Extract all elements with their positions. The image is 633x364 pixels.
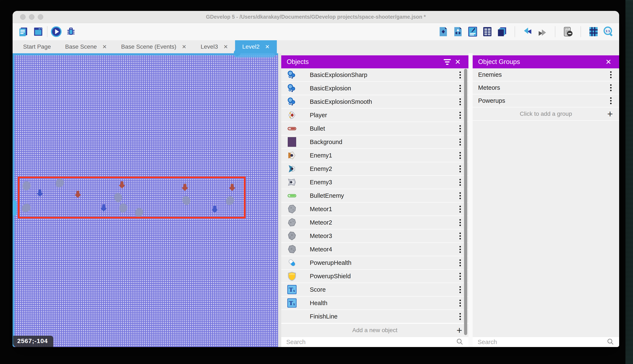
object-menu-icon[interactable] [457,285,463,294]
meteor-icon [287,231,297,241]
group-row[interactable]: Meteors [473,81,619,94]
explosion-sprite-icon [287,96,297,107]
toolbar-separator [555,26,555,37]
explosion-sprite-icon [287,70,297,80]
object-row[interactable]: Bullet [281,122,468,136]
debug-icon[interactable] [66,26,76,37]
group-menu-icon[interactable] [608,83,614,92]
render-mask-icon[interactable] [562,26,573,37]
enemy-bullet-icon [287,190,297,201]
object-menu-icon[interactable] [457,70,463,80]
object-menu-icon[interactable] [457,84,463,93]
object-menu-icon[interactable] [457,258,463,268]
object-menu-icon[interactable] [457,164,463,174]
project-manager-icon[interactable] [18,26,29,37]
object-menu-icon[interactable] [457,137,463,147]
object-row[interactable]: BasicExplosionSmooth [281,95,468,108]
object-menu-icon[interactable] [457,218,463,227]
tab-level3[interactable]: Level3 ✕ [193,40,235,53]
enemy1-ship-icon [287,150,297,160]
instances-list-icon[interactable] [482,26,493,37]
close-groups-panel-icon[interactable]: ✕ [603,56,614,67]
close-window-button[interactable] [20,14,26,20]
object-row[interactable]: Tx Score [281,283,468,296]
add-object-button[interactable]: Add a new object + [281,323,468,337]
object-menu-icon[interactable] [457,298,463,308]
tab-base-scene-events[interactable]: Base Scene (Events) ✕ [114,40,193,53]
scene-canvas[interactable]: 2567;-104 [13,53,278,347]
tab-base-scene[interactable]: Base Scene ✕ [58,40,114,53]
properties-icon[interactable] [467,26,478,37]
minimize-window-button[interactable] [29,14,35,20]
object-row[interactable]: Enemy2 [281,162,468,176]
canvas-vscroll-thumb[interactable] [13,200,17,216]
search-icon [456,338,463,346]
tab-level2-active[interactable]: Level2 ✕ [235,40,277,53]
group-row[interactable]: Enemies [473,68,619,81]
zoom-one-to-one-icon[interactable]: 1:1 [603,26,614,37]
close-tab-icon[interactable]: ✕ [182,44,186,50]
play-preview-icon[interactable] [51,26,62,37]
close-tab-icon[interactable]: ✕ [265,44,270,50]
object-row[interactable]: BulletEnemy [281,189,468,202]
objects-scrollbar-thumb[interactable] [464,69,467,335]
object-menu-icon[interactable] [457,110,463,120]
grid-icon[interactable] [588,26,599,37]
object-groups-editor-icon[interactable] [453,26,463,37]
tab-label: Start Page [23,44,51,50]
object-menu-icon[interactable] [457,151,463,160]
toolbar-separator [515,26,515,37]
object-row[interactable]: PowerupShield [281,270,468,283]
objects-search-input[interactable] [286,339,456,346]
objects-panel: Objects ✕ BasicExplosionSharp BasicExplo… [281,53,468,347]
group-row[interactable]: Powerups [473,94,619,107]
object-row[interactable]: Enemy1 [281,149,468,162]
objects-list: BasicExplosionSharp BasicExplosion Basic… [281,68,468,323]
canvas-panel-divider[interactable] [278,53,281,347]
object-name: BasicExplosionSharp [310,72,367,78]
scene-window-icon[interactable] [33,26,44,37]
object-menu-icon[interactable] [457,231,463,241]
object-row[interactable]: Enemy3 [281,176,468,189]
object-row[interactable]: Meteor2 [281,216,468,230]
object-row[interactable]: Background [281,136,468,149]
plus-icon: + [457,326,462,335]
add-group-button[interactable]: Click to add a group + [473,107,619,121]
object-row[interactable]: BasicExplosionSharp [281,68,468,82]
object-menu-icon[interactable] [457,312,463,321]
object-row[interactable]: Player [281,108,468,122]
filter-icon[interactable] [442,56,453,67]
undo-icon[interactable] [522,26,533,37]
object-row[interactable]: FinishLine [281,310,468,323]
object-name: PowerupHealth [310,259,351,266]
close-tab-icon[interactable]: ✕ [223,44,228,50]
close-tab-icon[interactable]: ✕ [102,44,107,50]
object-menu-icon[interactable] [457,124,463,133]
object-menu-icon[interactable] [457,191,463,200]
toolbar-left-group [18,26,44,37]
object-row[interactable]: BasicExplosion [281,82,468,95]
object-menu-icon[interactable] [457,204,463,214]
close-objects-panel-icon[interactable]: ✕ [453,56,463,67]
gdevelop-window: GDevelop 5 - /Users/dkarakay/Documents/G… [13,11,619,347]
zoom-window-button[interactable] [38,14,43,20]
object-menu-icon[interactable] [457,178,463,187]
group-menu-icon[interactable] [608,70,614,80]
object-menu-icon[interactable] [457,97,463,106]
object-row[interactable]: Meteor1 [281,202,468,216]
objects-editor-icon[interactable] [438,26,449,37]
object-row[interactable]: Tx Health [281,296,468,310]
object-menu-icon[interactable] [457,245,463,254]
object-row[interactable]: PowerupHealth [281,256,468,270]
object-row[interactable]: Meteor4 [281,243,468,256]
tab-start-page[interactable]: Start Page [16,40,58,53]
layers-icon[interactable] [497,26,507,37]
object-menu-icon[interactable] [457,272,463,281]
groups-search-input[interactable] [478,339,606,346]
object-name: Meteor4 [310,246,332,253]
object-row[interactable]: Meteor3 [281,230,468,243]
redo-icon[interactable] [537,26,548,37]
active-tab-notch [234,50,240,56]
background-icon [287,137,297,147]
group-menu-icon[interactable] [608,96,614,106]
